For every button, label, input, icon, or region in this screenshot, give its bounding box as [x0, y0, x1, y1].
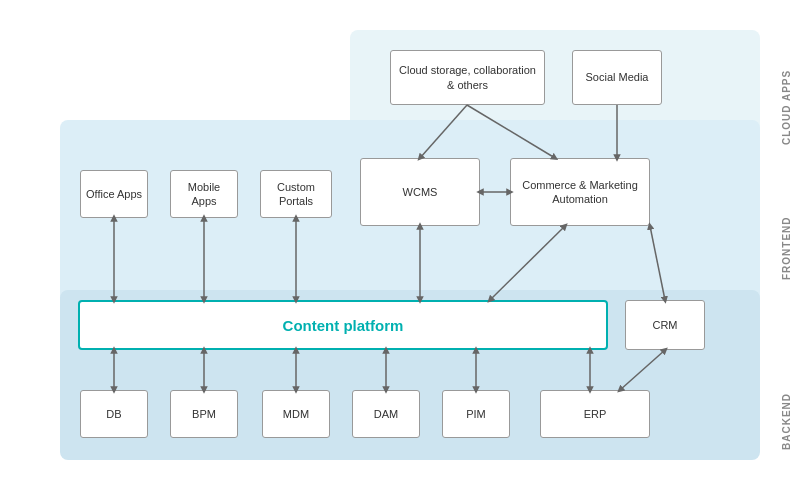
box-mobile-apps: Mobile Apps — [170, 170, 238, 218]
box-bpm: BPM — [170, 390, 238, 438]
box-erp: ERP — [540, 390, 650, 438]
box-commerce-marketing: Commerce & Marketing Automation — [510, 158, 650, 226]
box-db: DB — [80, 390, 148, 438]
box-custom-portals: Custom Portals — [260, 170, 332, 218]
cloud-apps-label: CLOUD APPS — [781, 45, 792, 145]
box-social-media: Social Media — [572, 50, 662, 105]
box-crm: CRM — [625, 300, 705, 350]
box-wcms: WCMS — [360, 158, 480, 226]
box-content-platform: Content platform — [78, 300, 608, 350]
box-cloud-storage: Cloud storage, collaboration & others — [390, 50, 545, 105]
diagram-container: CLOUD APPS FRONTEND BACKEND Cloud storag… — [0, 0, 800, 501]
frontend-label: FRONTEND — [781, 140, 792, 280]
box-mdm: MDM — [262, 390, 330, 438]
box-dam: DAM — [352, 390, 420, 438]
box-office-apps: Office Apps — [80, 170, 148, 218]
backend-label: BACKEND — [781, 300, 792, 450]
box-pim: PIM — [442, 390, 510, 438]
